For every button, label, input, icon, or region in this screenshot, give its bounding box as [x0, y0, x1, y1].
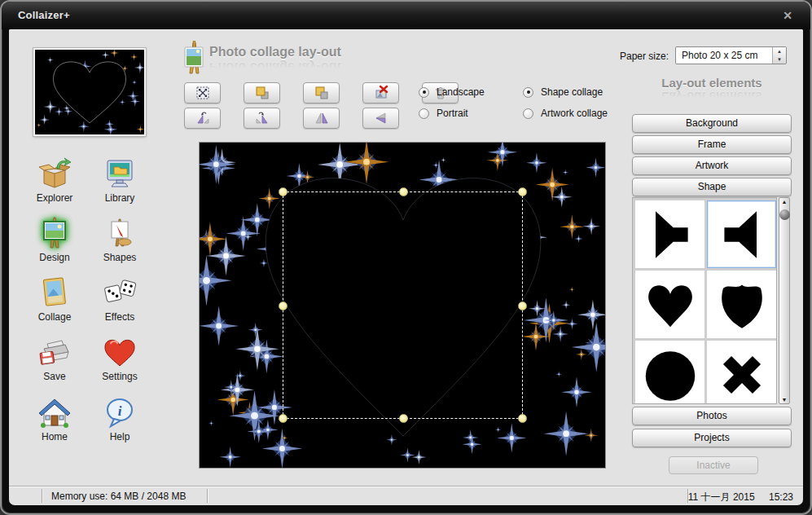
paper-size-value: Photo 20 x 25 cm [676, 50, 772, 61]
radio-portrait[interactable]: Portrait [419, 108, 468, 119]
sidebar-item-label: Home [22, 431, 87, 442]
scroll-up-icon[interactable]: ▲ [779, 199, 789, 205]
dice-icon [103, 276, 137, 309]
paper-size-label: Paper size: [620, 51, 669, 62]
shape-option-speaker-left[interactable] [707, 200, 776, 268]
status-separator [42, 489, 43, 503]
window-title: Collaizer+ [18, 9, 70, 21]
cross-shape-icon [713, 346, 771, 404]
collage-preview-thumbnail[interactable] [33, 48, 146, 136]
selection-handle-w[interactable] [279, 302, 287, 310]
sidebar-item-explorer[interactable]: Explorer [22, 157, 87, 204]
sidebar-item-help[interactable]: i Help [87, 396, 152, 442]
radio-dot [419, 108, 429, 119]
flip-vertical-button[interactable] [362, 108, 399, 129]
background-button[interactable]: Background [632, 114, 792, 133]
radio-artwork-collage[interactable]: Artwork collage [523, 108, 608, 119]
rotate-right-button[interactable] [244, 108, 280, 129]
sidebar-item-design[interactable]: Design [22, 217, 87, 263]
sidebar-item-effects[interactable]: Effects [87, 276, 152, 323]
photos-button[interactable]: Photos [632, 407, 792, 425]
radio-landscape[interactable]: Landscape [419, 86, 485, 98]
shape-option-heart[interactable] [635, 271, 704, 338]
easel-header-icon [182, 41, 208, 75]
computer-folder-icon [103, 157, 137, 190]
radio-dot [419, 87, 429, 98]
sidebar-item-label: Library [87, 192, 152, 204]
delete-image-icon [373, 85, 389, 101]
select-collage-button[interactable] [184, 82, 221, 103]
app-window: Collaizer+ ✕ Explorer [0, 0, 812, 515]
title-bar[interactable]: Collaizer+ ✕ [2, 2, 810, 29]
collage-canvas[interactable] [199, 142, 606, 469]
sidebar-item-collage[interactable]: Collage [22, 276, 87, 323]
inactive-button: Inactive [669, 456, 758, 474]
status-bar: Memory use: 64 MB / 2048 MB 11 十一月 2015 … [9, 486, 803, 505]
selection-handle-se[interactable] [518, 414, 527, 423]
status-date: 11 十一月 2015 [688, 491, 755, 503]
sidebar-item-label: Shapes [87, 252, 152, 263]
shape-option-shield[interactable] [707, 271, 776, 338]
bring-forward-button[interactable] [244, 82, 280, 103]
easel-pen-icon [103, 217, 137, 249]
sidebar-item-label: Help [87, 431, 152, 442]
shape-option-speaker-right[interactable] [635, 200, 704, 268]
rotate-left-icon [195, 110, 211, 126]
bring-forward-icon [254, 85, 270, 101]
selection-handle-s[interactable] [399, 414, 408, 423]
date-time: 11 十一月 2015 15:23 [688, 491, 793, 504]
select-all-icon [195, 85, 211, 101]
easel-picture-icon [37, 217, 72, 249]
send-backward-button[interactable] [303, 82, 340, 103]
send-backward-icon [314, 85, 330, 101]
scroll-down-icon[interactable]: ▼ [779, 397, 789, 403]
open-box-icon [37, 157, 72, 190]
sidebar-item-label: Collage [22, 311, 87, 323]
shield-shape-icon [713, 275, 771, 334]
spinner-down-icon[interactable]: ▼ [773, 55, 786, 64]
sidebar-item-label: Save [22, 371, 87, 382]
projects-button[interactable]: Projects [632, 429, 792, 447]
sidebar-item-home[interactable]: Home [22, 396, 87, 442]
spinner-up-icon[interactable]: ▲ [773, 47, 786, 55]
paper-size-select[interactable]: Photo 20 x 25 cm ▲ ▼ [675, 46, 787, 64]
shape-list-scrollbar[interactable]: ▲ ▼ [779, 197, 790, 404]
sidebar-item-label: Effects [87, 311, 152, 323]
sidebar-item-label: Settings [87, 371, 152, 382]
close-icon[interactable]: ✕ [778, 7, 797, 24]
delete-image-button[interactable] [362, 82, 399, 103]
shape-selection-rect[interactable] [283, 191, 523, 419]
heart-icon [103, 336, 137, 368]
sidebar-item-settings[interactable]: Settings [87, 336, 152, 382]
flip-horizontal-button[interactable] [303, 108, 340, 129]
artwork-button[interactable]: Artwork [632, 156, 792, 175]
printer-disk-icon [37, 336, 72, 368]
paper-size-spinner[interactable]: ▲ ▼ [772, 47, 786, 64]
rotate-left-button[interactable] [184, 108, 221, 129]
sidebar-item-library[interactable]: Library [87, 157, 152, 204]
shape-list [632, 197, 777, 404]
selection-handle-sw[interactable] [279, 414, 287, 423]
selection-handle-n[interactable] [399, 187, 408, 196]
sidebar-item-label: Design [22, 252, 87, 263]
shape-option-cross[interactable] [707, 341, 776, 404]
sidebar-item-label: Explorer [22, 192, 87, 204]
shape-button[interactable]: Shape [632, 178, 792, 196]
layout-elements-title: Lay-out elements Lay-out elements [632, 77, 792, 103]
svg-text:i: i [118, 403, 122, 419]
memory-usage: Memory use: 64 MB / 2048 MB [51, 491, 186, 502]
sidebar-item-save[interactable]: Save [22, 336, 87, 382]
scrollbar-thumb[interactable] [779, 209, 790, 220]
selection-handle-nw[interactable] [279, 187, 287, 196]
radio-shape-collage[interactable]: Shape collage [523, 86, 603, 98]
house-icon [37, 396, 72, 429]
frame-button[interactable]: Frame [632, 135, 792, 154]
sidebar-item-shapes[interactable]: Shapes [87, 217, 152, 263]
shape-option-circle[interactable] [635, 341, 704, 404]
selection-handle-e[interactable] [518, 302, 527, 310]
flip-vertical-icon [373, 110, 389, 126]
rotate-right-icon [254, 110, 270, 126]
radio-dot [523, 108, 533, 119]
selection-handle-ne[interactable] [518, 187, 527, 196]
info-bubble-icon: i [103, 396, 137, 429]
